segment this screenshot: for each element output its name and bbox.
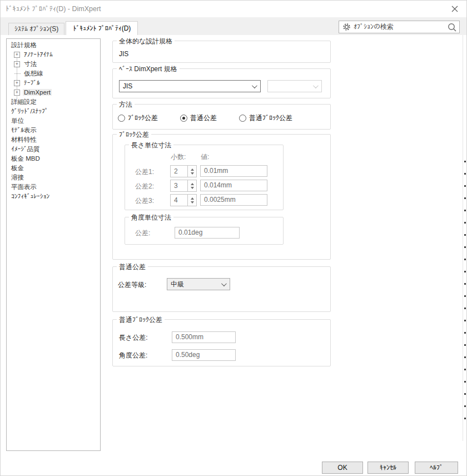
tree-item-label: 平面表示 xyxy=(10,184,38,190)
decimal-spinner-value[interactable]: 3 xyxy=(170,180,187,192)
general-block-tolerance-group: 普通ﾌﾞﾛｯｸ公差 長さ公差: 0.500mm 角度公差: 0.50deg xyxy=(112,319,331,366)
decimal-spinner[interactable]: 3 xyxy=(170,180,197,192)
method-title: 方法 xyxy=(117,100,135,110)
base-standard-combo[interactable]: JIS xyxy=(119,80,261,92)
length-unit-group: 長さ単位寸法 小数: 値: 公差1: 2 0.01mm xyxy=(125,145,284,210)
tolerance-row: 公差1: 2 0.01mm xyxy=(125,165,283,177)
tab-bar: ｼｽﾃﾑ ｵﾌﾟｼｮﾝ(S) ﾄﾞｷｭﾒﾝﾄ ﾌﾟﾛﾊﾟﾃｨ(D) xyxy=(8,21,139,35)
decimal-spinner[interactable]: 2 xyxy=(170,165,197,177)
radio-label: ﾌﾞﾛｯｸ公差 xyxy=(128,113,158,123)
spinner-up-icon[interactable] xyxy=(191,197,194,200)
search-input[interactable]: ｵﾌﾟｼｮﾝの検索 xyxy=(354,22,447,32)
tree-item-label: 設計規格 xyxy=(10,42,38,48)
decimal-spinner[interactable]: 4 xyxy=(170,194,197,206)
tree-item-label: 板金 MBD xyxy=(10,155,41,162)
right-edge-ticks xyxy=(464,161,466,424)
tree-item[interactable]: + 寸法 xyxy=(7,60,100,69)
base-standard-title: ﾍﾞｰｽ DimXpert 規格 xyxy=(117,65,180,74)
spinner-buttons[interactable] xyxy=(187,180,197,192)
document-properties-page: + 設計規格 + ｱﾉﾃｰﾄｱｲﾃﾑ + 寸法 + 仮想線 + xyxy=(1,35,467,476)
tolerance-value-field[interactable]: 0.01mm xyxy=(200,165,267,177)
tree-item[interactable]: + 詳細設定 xyxy=(7,97,100,107)
spinner-buttons[interactable] xyxy=(187,194,197,206)
spinner-down-icon[interactable] xyxy=(191,187,194,189)
tree-item-label: 溶接 xyxy=(10,174,25,181)
tree-item[interactable]: + 板金 MBD xyxy=(7,154,100,163)
tolerance-row-label: 公差1: xyxy=(135,167,154,177)
chevron-down-icon xyxy=(252,83,257,88)
tolerance-class-label: 公差等級: xyxy=(118,280,146,290)
tree-item[interactable]: + ﾓﾃﾞﾙ表示 xyxy=(7,126,100,135)
radio-button[interactable] xyxy=(118,115,125,122)
general-tolerance-group: 普通公差 公差等級: 中級 xyxy=(112,266,331,312)
expander-plus-icon[interactable]: + xyxy=(14,61,20,67)
tree-item[interactable]: + 材料特性 xyxy=(7,135,100,145)
tree-item-label: ｱﾉﾃｰﾄｱｲﾃﾑ xyxy=(23,51,54,58)
help-button[interactable]: ﾍﾙﾌﾟ xyxy=(415,462,458,474)
expander-plus-icon[interactable]: + xyxy=(14,90,20,96)
block-tolerance-group: ﾌﾞﾛｯｸ公差 長さ単位寸法 小数: 値: 公差1: 2 xyxy=(112,134,331,260)
tree-leaf-dash xyxy=(14,73,21,74)
overall-standard-group: 全体的な設計規格 JIS xyxy=(112,41,331,63)
base-standard-secondary-combo xyxy=(267,80,322,92)
spinner-down-icon[interactable] xyxy=(191,172,194,175)
tab-document-properties[interactable]: ﾄﾞｷｭﾒﾝﾄ ﾌﾟﾛﾊﾟﾃｨ(D) xyxy=(66,21,138,35)
tolerance-value-field[interactable]: 0.0025mm xyxy=(200,194,267,206)
tab-system-options[interactable]: ｼｽﾃﾑ ｵﾌﾟｼｮﾝ(S) xyxy=(8,23,64,35)
cancel-button[interactable]: ｷｬﾝｾﾙ xyxy=(367,462,409,474)
decimal-spinner-value[interactable]: 2 xyxy=(170,165,187,177)
window-title: ﾄﾞｷｭﾒﾝﾄ ﾌﾟﾛﾊﾟﾃｨ(D) - DimXpert xyxy=(6,5,101,13)
gear-icon xyxy=(342,23,351,31)
tree-item[interactable]: + ｱﾉﾃｰﾄｱｲﾃﾑ xyxy=(7,50,100,60)
close-button[interactable] xyxy=(448,3,462,15)
general-tolerance-title: 普通公差 xyxy=(117,262,148,272)
tree-item[interactable]: + ｲﾒｰｼﾞ品質 xyxy=(7,145,100,154)
method-group: 方法 ﾌﾞﾛｯｸ公差 普通公差 普通ﾌﾞﾛｯｸ公差 xyxy=(112,104,331,130)
tolerance-class-combo[interactable]: 中級 xyxy=(167,278,230,290)
spinner-up-icon[interactable] xyxy=(191,183,194,185)
radio-label: 普通ﾌﾞﾛｯｸ公差 xyxy=(249,113,292,123)
options-search-box[interactable]: ｵﾌﾟｼｮﾝの検索 xyxy=(339,21,460,33)
expander-plus-icon[interactable]: + xyxy=(14,80,20,86)
tree-item[interactable]: + DimXpert xyxy=(7,88,100,97)
chevron-down-icon xyxy=(221,281,227,286)
length-tolerance-field[interactable]: 0.500mm xyxy=(172,331,236,343)
ok-button[interactable]: OK xyxy=(322,462,363,474)
block-tolerance-title: ﾌﾞﾛｯｸ公差 xyxy=(117,130,151,140)
angle-tolerance-field[interactable]: 0.01deg xyxy=(175,227,240,239)
radio-button[interactable] xyxy=(180,115,187,122)
tolerance-row: 公差3: 4 0.0025mm xyxy=(125,194,283,206)
right-edge-line xyxy=(463,35,463,441)
tree-item[interactable]: + 板金 xyxy=(7,163,100,173)
close-icon xyxy=(451,6,458,12)
angle-tolerance-label: 公差: xyxy=(135,229,150,238)
angle-tolerance-field2[interactable]: 0.50deg xyxy=(172,349,236,361)
spinner-down-icon[interactable] xyxy=(191,201,194,204)
tree-item[interactable]: + 設計規格 xyxy=(7,41,100,50)
tree-item[interactable]: + ﾃｰﾌﾞﾙ xyxy=(7,78,100,88)
tree-item[interactable]: + 溶接 xyxy=(7,173,100,182)
tree-item[interactable]: + 単位 xyxy=(7,116,100,126)
search-icon[interactable] xyxy=(447,22,457,32)
tree-item[interactable]: + ｸﾞﾘｯﾄﾞ/ｽﾅｯﾌﾟ xyxy=(7,107,100,116)
general-block-tolerance-title: 普通ﾌﾞﾛｯｸ公差 xyxy=(117,315,165,325)
radio-button[interactable] xyxy=(239,115,246,122)
method-radio-option[interactable]: 普通公差 xyxy=(180,113,217,123)
expander-plus-icon[interactable]: + xyxy=(14,52,20,58)
spinner-up-icon[interactable] xyxy=(191,168,194,171)
tree-item-label: DimXpert xyxy=(23,89,52,96)
spinner-buttons[interactable] xyxy=(187,165,197,177)
tree-item-label: ﾓﾃﾞﾙ表示 xyxy=(10,127,38,133)
base-standard-combo-value: JIS xyxy=(123,82,132,90)
decimal-spinner-value[interactable]: 4 xyxy=(170,194,187,206)
tolerance-value-field[interactable]: 0.014mm xyxy=(200,180,267,191)
tree-item[interactable]: + 平面表示 xyxy=(7,182,100,192)
method-radio-option[interactable]: ﾌﾞﾛｯｸ公差 xyxy=(118,113,158,123)
method-radio-option[interactable]: 普通ﾌﾞﾛｯｸ公差 xyxy=(239,113,292,123)
tree-item[interactable]: + 仮想線 xyxy=(7,69,100,78)
radio-label: 普通公差 xyxy=(190,113,217,123)
tree-item[interactable]: + ｺﾝﾌｨｷﾞｭﾚｰｼｮﾝ xyxy=(7,192,100,201)
tolerance-class-value: 中級 xyxy=(171,280,184,289)
tolerance-row-label: 公差2: xyxy=(135,182,154,191)
tree-item-label: 仮想線 xyxy=(23,70,44,77)
